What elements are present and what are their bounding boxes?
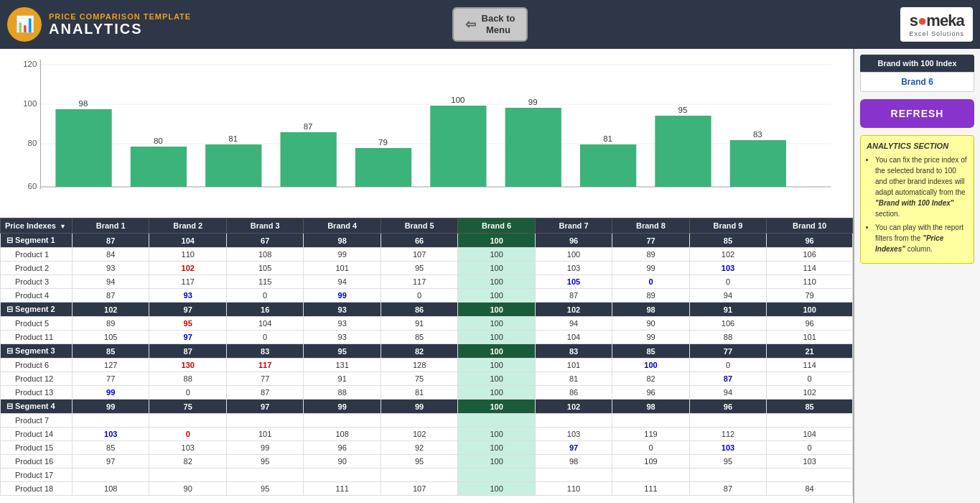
segment-cell: 95 — [304, 344, 381, 359]
data-cell — [149, 414, 226, 428]
table-row: Product 15851039996921009701030 — [1, 441, 853, 455]
analytics-info-item-1: You can fix the price index of the selec… — [875, 154, 968, 219]
data-cell: 128 — [381, 359, 457, 372]
data-cell: 97 — [73, 455, 149, 469]
segment-cell: 77 — [689, 344, 766, 359]
left-panel: 120 100 80 60 98 — [0, 49, 854, 503]
data-cell: 100 — [535, 248, 612, 262]
segment-cell: 100 — [458, 344, 535, 359]
segment-cell: 102 — [535, 400, 612, 414]
chart-area: 120 100 80 60 98 — [0, 49, 853, 218]
data-cell: 87 — [689, 482, 766, 496]
header: 📊 PRICE COMPARISON TEMPLATE ANALYTICS ⇦ … — [0, 0, 980, 49]
bar-brand1 — [55, 109, 111, 187]
table-row: Product 7 — [1, 414, 853, 428]
logo-icon: 📊 — [7, 7, 42, 42]
brand-index-value[interactable]: Brand 6 — [860, 72, 974, 92]
data-cell: 100 — [458, 441, 535, 455]
data-cell: 98 — [535, 455, 612, 469]
data-cell: 107 — [381, 482, 457, 496]
svg-text:60: 60 — [28, 182, 37, 190]
app-root: 📊 PRICE COMPARISON TEMPLATE ANALYTICS ⇦ … — [0, 0, 980, 503]
back-arrow-icon: ⇦ — [465, 17, 476, 32]
bar-brand8 — [580, 144, 636, 187]
data-cell: 102 — [149, 262, 226, 275]
data-cell: 97 — [535, 441, 612, 455]
data-cell: 81 — [381, 386, 457, 400]
data-cell — [304, 414, 381, 428]
data-cell — [612, 414, 689, 428]
data-cell: 87 — [689, 372, 766, 386]
table-row: Product 1697829590951009810995103 — [1, 455, 853, 469]
data-cell: 114 — [767, 262, 853, 275]
segment-cell: 96 — [535, 234, 612, 248]
back-to-menu-button[interactable]: ⇦ Back to Menu — [452, 7, 528, 41]
analytics-info-list: You can fix the price index of the selec… — [867, 154, 968, 254]
data-cell: 94 — [535, 317, 612, 331]
col-header-brand5: Brand 5 — [381, 218, 457, 234]
col-header-brand8: Brand 8 — [612, 218, 689, 234]
segment-cell: 77 — [612, 234, 689, 248]
segment-cell: 93 — [304, 303, 381, 317]
data-cell — [226, 469, 303, 482]
data-cell — [458, 414, 535, 428]
data-cell: 95 — [689, 455, 766, 469]
back-btn-text: Back to Menu — [482, 13, 515, 35]
data-cell: 99 — [612, 331, 689, 344]
data-cell: 95 — [149, 317, 226, 331]
segment-cell: 91 — [689, 303, 766, 317]
data-cell: 100 — [458, 482, 535, 496]
col-header-brand1: Brand 1 — [73, 218, 149, 234]
data-cell: 96 — [612, 386, 689, 400]
col-header-brand3: Brand 3 — [226, 218, 303, 234]
data-cell: 99 — [304, 289, 381, 303]
bar-chart: 120 100 80 60 98 — [14, 56, 839, 207]
segment-cell: 98 — [612, 400, 689, 414]
data-cell: 79 — [767, 289, 853, 303]
data-cell: 93 — [304, 331, 381, 344]
analytics-info-box: ANALYTICS SECTION You can fix the price … — [860, 135, 974, 264]
data-cell: 91 — [304, 372, 381, 386]
data-cell: 115 — [226, 275, 303, 289]
right-panel: Brand with 100 Index Brand 6 REFRESH ANA… — [854, 49, 980, 503]
refresh-button[interactable]: REFRESH — [860, 99, 974, 128]
data-cell — [73, 414, 149, 428]
data-cell: 106 — [689, 317, 766, 331]
segment-cell: 85 — [767, 400, 853, 414]
data-cell: 99 — [226, 441, 303, 455]
data-cell: 106 — [767, 248, 853, 262]
segment-cell: 99 — [304, 400, 381, 414]
bar-brand5 — [355, 148, 411, 187]
data-cell: 100 — [458, 317, 535, 331]
data-cell: 0 — [149, 428, 226, 441]
data-cell: 104 — [226, 317, 303, 331]
data-cell: 93 — [304, 317, 381, 331]
data-cell: 103 — [535, 262, 612, 275]
data-cell — [612, 469, 689, 482]
segment-cell: 100 — [767, 303, 853, 317]
segment-cell: 66 — [381, 234, 457, 248]
segment-cell: 104 — [149, 234, 226, 248]
data-cell — [535, 469, 612, 482]
col-header-price-indexes[interactable]: Price Indexes ▼ — [1, 218, 73, 234]
data-cell: 99 — [73, 386, 149, 400]
data-cell: 108 — [304, 428, 381, 441]
data-cell: 77 — [226, 372, 303, 386]
data-cell: 110 — [149, 248, 226, 262]
col-header-brand4: Brand 4 — [304, 218, 381, 234]
analytics-info-item-2: You can play with the report filters fro… — [875, 222, 968, 254]
segment-cell: 96 — [767, 234, 853, 248]
data-cell: 88 — [304, 386, 381, 400]
segment-cell: 86 — [381, 303, 457, 317]
data-cell: 103 — [689, 262, 766, 275]
data-cell: 103 — [149, 441, 226, 455]
svg-text:120: 120 — [23, 60, 37, 68]
data-cell: 109 — [612, 455, 689, 469]
data-cell — [458, 469, 535, 482]
table-header-row: Price Indexes ▼ Brand 1 Brand 2 Brand 3 … — [1, 218, 853, 234]
data-cell: 127 — [73, 359, 149, 372]
col-header-brand7: Brand 7 — [535, 218, 612, 234]
table-row: Product 48793099010087899479 — [1, 289, 853, 303]
data-cell: 119 — [612, 428, 689, 441]
col-header-brand10: Brand 10 — [767, 218, 853, 234]
